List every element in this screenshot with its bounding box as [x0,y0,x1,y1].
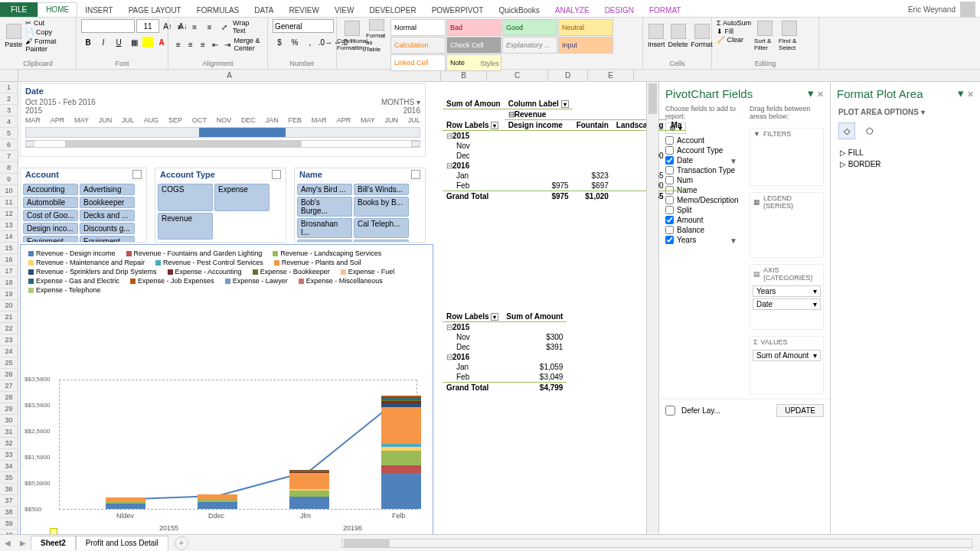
row-header[interactable]: 27 [0,380,18,392]
column-header[interactable]: C [487,70,548,81]
row-header[interactable]: 35 [0,472,18,484]
plot-area[interactable]: $$500$$5,0800$$1,5800$$2,5800$$3,5800$$3… [59,380,417,510]
find-select-button[interactable]: Find & Select [779,19,800,53]
row-header[interactable]: 29 [0,403,18,415]
timeline-period[interactable]: MONTHS ▾ [381,98,420,106]
format-as-table-button[interactable]: Format as Table [366,19,387,53]
underline-button[interactable]: U [112,35,126,49]
clear-filter-icon[interactable] [132,170,142,179]
border-button[interactable]: ▦ [127,35,141,49]
row-header[interactable]: 3 [0,105,18,116]
align-top-icon[interactable]: ≡ [173,20,187,34]
row-header[interactable]: 24 [0,346,18,357]
ribbon-tab-view[interactable]: VIEW [327,4,362,17]
bold-button[interactable]: B [81,35,95,49]
comma-icon[interactable]: , [303,35,317,49]
style-cell[interactable]: Check Cell [446,37,501,54]
slicer-item[interactable]: Chin's Gas a... [297,240,352,242]
format-painter-button[interactable]: 🖌 Format Painter [25,37,71,53]
ribbon-tab-analyze[interactable]: ANALYZE [547,4,597,17]
area-item[interactable]: Years▾ [753,285,821,297]
slicer-item[interactable]: Bill's Winds... [354,184,409,195]
number-format-select[interactable] [273,19,334,33]
merge-button[interactable]: Merge & Center [234,37,270,52]
table-row[interactable]: Nov$300 [443,332,567,342]
row-header[interactable]: 18 [0,277,18,289]
ribbon-tab-data[interactable]: DATA [247,4,281,17]
name-slicer[interactable]: Name Amy's Bird ...Bill's Winds...Bob's … [294,168,426,243]
align-bot-icon[interactable]: ≡ [203,20,217,34]
ribbon-tab-quickbooks[interactable]: QuickBooks [491,4,547,17]
field-row[interactable]: Years▼ [665,235,737,245]
row-header[interactable]: 37 [0,495,18,507]
style-cell[interactable]: Explanatory ... [502,37,557,54]
font-size-select[interactable] [136,19,159,33]
row-header[interactable]: 21 [0,311,18,323]
clear-button[interactable]: 🧹 Clear [717,36,751,44]
row-header[interactable]: 28 [0,392,18,403]
area-item[interactable]: Date▾ [753,298,821,310]
row-header[interactable]: 31 [0,426,18,438]
slicer-item[interactable]: Automobile [23,197,78,208]
slicer-item[interactable]: Decks and ... [80,210,135,221]
close-icon[interactable]: ✕ [817,90,824,99]
account-slicer[interactable]: Account AccountingAdvertisingAutomobileB… [20,168,147,243]
ribbon-tab-page layout[interactable]: PAGE LAYOUT [121,4,189,17]
sheet-tab[interactable]: Profit and Loss Detail [76,536,168,550]
delete-cells-button[interactable]: Delete [668,19,688,53]
cell-styles-gallery[interactable]: NormalBadGoodNeutralCalculationCheck Cel… [390,19,620,56]
values-area[interactable]: Σ VALUES Sum of Amount▾ [750,336,824,394]
dropdown-icon[interactable]: ▾ [958,86,964,99]
slicer-item[interactable]: Cal Teleph... [354,218,409,238]
cut-button[interactable]: ✂ Cut [25,19,71,27]
field-row[interactable]: Split [665,205,737,215]
filters-area[interactable]: ▼ FILTERS [750,128,824,186]
slicer-item[interactable]: Accounting [23,184,78,195]
style-cell[interactable]: Calculation [390,37,446,54]
bar-stack[interactable] [106,497,145,509]
vertical-scrollbar[interactable] [646,82,658,551]
ribbon-tab-formulas[interactable]: FORMULAS [189,4,247,17]
bar-stack[interactable] [381,396,421,509]
italic-button[interactable]: I [96,35,110,49]
sheet-area[interactable]: Date Oct 2015 - Feb 2016 MONTHS ▾ 201520… [18,82,646,551]
timeline-selection[interactable] [199,128,286,137]
slicer-item[interactable]: Equipment ... [23,236,78,242]
row-header[interactable]: 26 [0,369,18,380]
slicer-item[interactable]: Bob's Burge... [297,197,352,217]
style-cell[interactable]: Input [558,37,613,54]
align-left-icon[interactable]: ≡ [173,37,184,51]
font-color-button[interactable]: A [155,35,168,49]
sheet-tab[interactable]: Sheet2 [31,536,76,550]
pivot-chart[interactable]: Revenue - Design incomeRevenue - Fountai… [20,244,433,536]
row-header[interactable]: 4 [0,116,18,128]
dropdown-icon[interactable]: ▾ [808,86,814,99]
indent-dec-icon[interactable]: ⇤ [210,37,220,51]
user-avatar-icon[interactable] [960,2,975,17]
table-row[interactable]: ⊟2016 [443,352,567,362]
copy-button[interactable]: 📄 Copy [25,28,71,36]
scroll-left-icon[interactable] [25,141,34,147]
update-button[interactable]: UPDATE [776,404,824,417]
align-right-icon[interactable]: ≡ [198,37,208,51]
dropdown-icon[interactable]: ▾ [491,122,498,129]
row-header[interactable]: 36 [0,484,18,495]
row-header[interactable]: 14 [0,231,18,243]
close-icon[interactable]: ✕ [967,90,974,99]
currency-icon[interactable]: $ [273,35,286,49]
row-header[interactable]: 16 [0,254,18,266]
align-mid-icon[interactable]: ≡ [188,20,202,34]
align-center-icon[interactable]: ≡ [185,37,196,51]
row-header[interactable]: 38 [0,507,18,518]
row-header[interactable]: 7 [0,151,18,162]
table-row[interactable]: Dec$391 [443,342,567,352]
autosum-button[interactable]: Σ AutoSum [717,19,751,27]
fill-color-button[interactable] [142,37,153,47]
row-header[interactable]: 25 [0,357,18,369]
fill-button[interactable]: ⬇ Fill [717,28,751,35]
percent-icon[interactable]: % [288,35,302,49]
row-header[interactable]: 15 [0,243,18,254]
font-select[interactable] [81,19,135,33]
ribbon-tab-file[interactable]: FILE [0,2,38,17]
timeline-bar[interactable] [25,127,420,138]
